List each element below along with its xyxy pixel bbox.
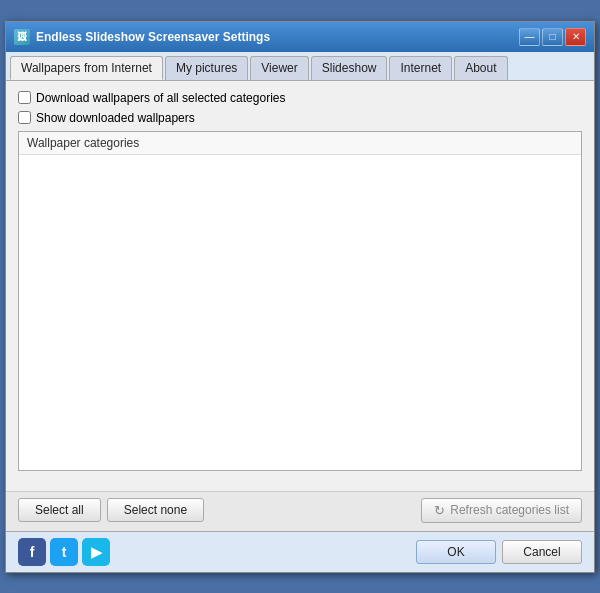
tab-internet[interactable]: Internet	[389, 56, 452, 80]
footer-actions: OK Cancel	[416, 540, 582, 564]
bottom-buttons-bar: Select all Select none ↻ Refresh categor…	[6, 491, 594, 531]
facebook-icon[interactable]: f	[18, 538, 46, 566]
title-bar-controls: — □ ✕	[519, 28, 586, 46]
title-bar-title: 🖼 Endless Slideshow Screensaver Settings	[14, 29, 270, 45]
left-buttons: Select all Select none	[18, 498, 204, 522]
main-window: 🖼 Endless Slideshow Screensaver Settings…	[5, 21, 595, 573]
twitter-letter: t	[62, 544, 67, 560]
facebook-letter: f	[30, 544, 35, 560]
minimize-button[interactable]: —	[519, 28, 540, 46]
content-area: Download wallpapers of all selected cate…	[6, 81, 594, 491]
tab-slideshow[interactable]: Slideshow	[311, 56, 388, 80]
select-none-button[interactable]: Select none	[107, 498, 204, 522]
tabs-bar: Wallpapers from Internet My pictures Vie…	[6, 52, 594, 81]
show-downloaded-row: Show downloaded wallpapers	[18, 111, 582, 125]
list-content	[19, 155, 581, 163]
social-icons: f t ▶	[18, 538, 110, 566]
refresh-icon: ↻	[434, 503, 445, 518]
download-all-row: Download wallpapers of all selected cate…	[18, 91, 582, 105]
download-all-label: Download wallpapers of all selected cate…	[36, 91, 285, 105]
maximize-button[interactable]: □	[542, 28, 563, 46]
footer-bar: f t ▶ OK Cancel	[6, 531, 594, 572]
tab-about[interactable]: About	[454, 56, 507, 80]
tab-wallpapers-from-internet[interactable]: Wallpapers from Internet	[10, 56, 163, 80]
show-downloaded-checkbox[interactable]	[18, 111, 31, 124]
list-header: Wallpaper categories	[19, 132, 581, 155]
close-button[interactable]: ✕	[565, 28, 586, 46]
app-icon: 🖼	[14, 29, 30, 45]
show-downloaded-label: Show downloaded wallpapers	[36, 111, 195, 125]
vimeo-letter: ▶	[91, 544, 102, 560]
refresh-categories-button[interactable]: ↻ Refresh categories list	[421, 498, 582, 523]
title-bar: 🖼 Endless Slideshow Screensaver Settings…	[6, 22, 594, 52]
window-title: Endless Slideshow Screensaver Settings	[36, 30, 270, 44]
ok-button[interactable]: OK	[416, 540, 496, 564]
cancel-button[interactable]: Cancel	[502, 540, 582, 564]
download-all-checkbox[interactable]	[18, 91, 31, 104]
wallpaper-categories-list[interactable]: Wallpaper categories	[18, 131, 582, 471]
tab-viewer[interactable]: Viewer	[250, 56, 308, 80]
twitter-icon[interactable]: t	[50, 538, 78, 566]
select-all-button[interactable]: Select all	[18, 498, 101, 522]
tab-my-pictures[interactable]: My pictures	[165, 56, 248, 80]
vimeo-icon[interactable]: ▶	[82, 538, 110, 566]
